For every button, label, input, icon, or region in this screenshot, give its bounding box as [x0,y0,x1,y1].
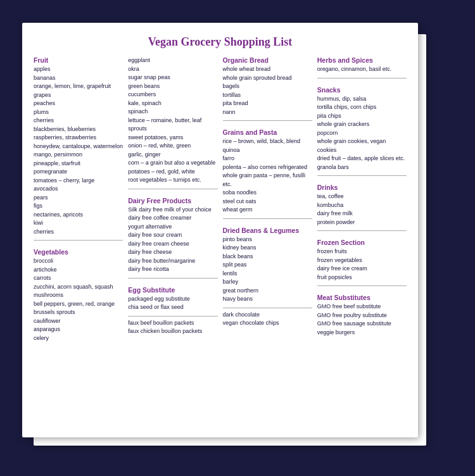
list-item: pinto beans [223,235,312,244]
section-heading: Meat Substitutes [317,294,407,301]
list-item: dairy free butter/margarine [128,257,217,266]
section-divider [317,285,407,286]
list-item: sweet potatoes, yams [128,134,217,142]
list-item: raspberries, strawberries [34,134,123,142]
list-item: orange, lemon, lime, grapefruit [34,82,123,91]
list-item: GMO free sausage substitute [317,320,407,329]
list-item: bananas [34,74,123,83]
list-item: faux chicken bouillon packets [128,327,217,336]
list-item: tea, coffee [317,192,407,201]
section-heading: Grains and Pasta [223,128,312,136]
list-item: frozen vegetables [317,256,407,265]
list-item: avocados [34,185,123,194]
list-item: barley [223,278,312,287]
list-item: split peas [223,261,312,270]
page-title: Vegan Grocery Shopping List [34,35,407,49]
list-item: wheat germ [223,206,312,215]
list-item: figs [34,202,123,211]
list-item: spinach [128,108,217,116]
section-divider [223,120,312,121]
list-item: whole grain crackers [317,120,407,129]
section-divider [317,175,407,176]
list-item: corn – a grain but also a vegetable [128,159,217,168]
list-item: kale, spinach [128,99,217,108]
list-item: frozen fruits [317,247,407,256]
list-item: sugar snap peas [128,73,217,82]
list-item: honeydew, cantaloupe, watermelon [34,142,123,151]
list-item: root vegetables – turnips etc. [128,176,217,185]
list-item: great northern [223,287,312,296]
list-item: pears [34,194,123,203]
list-item: whole wheat bread [223,65,312,74]
list-item: dried fruit – dates, apple slices etc. [317,154,407,163]
list-item: grapes [34,91,123,100]
list-item: plums [34,108,123,117]
list-item: celery [34,334,123,343]
list-item: asparagus [34,325,123,334]
list-item: bell peppers, green, red, orange [34,300,123,309]
list-item: chia seed or flax seed [128,303,217,312]
list-item: cucumbers [128,91,217,99]
list-item: packaged egg substitute [128,295,217,304]
list-item: Silk dairy free milk of your choice [128,206,217,215]
section-divider [317,78,407,78]
list-item: GMO free poultry substitute [317,311,407,320]
section-heading: Frozen Section [317,239,407,246]
list-item: tortilla chips, corn chips [317,103,407,112]
list-item: oregano, cinnamon, basil etc. [317,65,407,74]
list-item: whole grain cookies, vegan cookies [317,137,407,154]
list-item: popcorn [317,129,407,138]
list-item: artichoke [34,266,123,275]
section-heading: Egg Substitute [128,286,217,294]
section-heading: Dried Beans & Legumes [223,227,312,234]
list-item: pita bread [223,99,312,108]
list-item: protein powder [317,218,407,227]
list-item: dairy free ice cream [317,265,407,273]
list-item: bagels [223,82,312,91]
list-item: pineapple, starfruit [34,160,123,168]
list-item: mushrooms [34,291,123,300]
list-item: whole grain pasta – penne, fusilli etc. [223,172,312,189]
columns-container: Fruitapplesbananasorange, lemon, lime, g… [34,56,407,342]
section-heading: Herbs and Spices [317,56,407,64]
section-heading: Fruit [34,56,123,64]
list-item: soba noodles [223,189,312,197]
list-item: yogurt alternative [128,223,217,232]
list-item: blackberries, blueberries [34,125,123,134]
list-item: cauliflower [34,317,123,326]
list-item: lentils [223,270,312,279]
list-item: pita chips [317,112,407,121]
list-item: fruit popsicles [317,273,407,282]
list-item: lettuce – romaine, butter, leaf [128,116,217,125]
list-item: steel cut oats [223,197,312,206]
section-divider [223,218,312,219]
col-1: Fruitapplesbananasorange, lemon, lime, g… [34,56,123,342]
section-heading: Organic Bread [223,56,312,64]
list-item: garlic, ginger [128,151,217,160]
col-4: Herbs and Spicesoregano, cinnamon, basil… [317,56,407,342]
list-item: potatoes – red, gold, white [128,168,217,177]
list-item: veggie burgers [317,329,407,337]
list-item: faux beef bouillon packets [128,319,217,328]
list-item: kidney beans [223,244,312,253]
list-item: nann [223,108,312,117]
section-heading: Dairy Free Products [128,197,217,204]
list-item: mango, persimmon [34,151,123,160]
list-item: green beans [128,82,217,91]
section-divider [128,278,217,279]
list-item: peaches [34,99,123,108]
list-item: cherries [34,116,123,125]
list-item: dairy free coffee creamer [128,214,217,223]
list-item: granola bars [317,163,407,172]
list-item: nectarines, apricots [34,211,123,220]
list-item: GMO free beef substitute [317,303,407,311]
section-divider [317,230,407,231]
list-item: eggplant [128,56,217,65]
list-item: black beans [223,253,312,261]
list-item: kiwi [34,219,123,228]
list-item: dairy free milk [317,210,407,218]
section-divider [223,308,312,308]
list-item: apples [34,65,123,74]
list-item: rice – brown, wild, black, blend [223,137,312,146]
page-wrapper: Vegan Grocery Shopping List Fruitapplesb… [22,23,453,453]
